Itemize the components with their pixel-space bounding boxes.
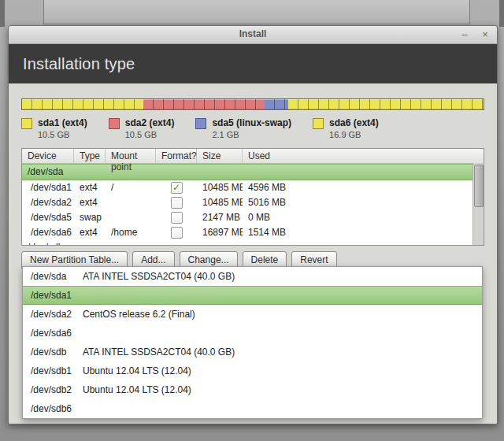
- legend-swatch-sda1-icon: [21, 118, 32, 129]
- device-description: ATA INTEL SSDSA2CT04 (40.0 GB): [83, 271, 235, 282]
- device-name: /dev/sda1: [31, 290, 83, 301]
- device-dropdown-list: /dev/sda ATA INTEL SSDSA2CT04 (40.0 GB) …: [22, 266, 483, 419]
- partition-usage-bar: [21, 98, 484, 110]
- cell-format: [156, 225, 197, 240]
- dropdown-item-sda1[interactable]: /dev/sda1: [23, 286, 482, 305]
- partition-bar-segment-sda6: [288, 99, 484, 109]
- table-row[interactable]: /dev/sda2 ext4 10485 MB 5016 MB: [22, 195, 484, 210]
- dropdown-item-sdb1[interactable]: /dev/sdb1 Ubuntu 12.04 LTS (12.04): [23, 361, 482, 380]
- device-description: Ubuntu 12.04 LTS (12.04): [83, 365, 191, 376]
- column-header-size[interactable]: Size: [197, 149, 243, 164]
- dropdown-item-sdb[interactable]: /dev/sdb ATA INTEL SSDSA2CT04 (40.0 GB): [23, 343, 482, 361]
- legend-item-sda1: sda1 (ext4) 10.5 GB: [21, 117, 87, 139]
- cell-format: [156, 195, 197, 210]
- legend-label: sda6 (ext4): [329, 117, 379, 128]
- partition-table: Device Type Mount point Format? Size Use…: [21, 148, 484, 246]
- cell-type: ext4: [74, 180, 106, 195]
- legend-swatch-sda5-icon: [195, 118, 206, 129]
- legend-swatch-sda2-icon: [109, 118, 120, 129]
- column-header-used[interactable]: Used: [243, 149, 484, 164]
- partition-bar-segment-sda1: [22, 99, 143, 109]
- device-name: /dev/sdb: [31, 346, 83, 358]
- cell-used: 0 MB: [243, 210, 484, 225]
- cell-used: 5016 MB: [243, 195, 484, 210]
- legend-item-sda5: sda5 (linux-swap) 2.1 GB: [195, 117, 291, 139]
- cell-mount-point: /: [106, 180, 156, 195]
- cell-device: /dev/sda6: [22, 225, 74, 240]
- column-header-device[interactable]: Device: [22, 149, 74, 164]
- dropdown-item-sdb6[interactable]: /dev/sdb6: [23, 399, 482, 418]
- legend-label: sda2 (ext4): [125, 117, 175, 128]
- window-controls: – ×: [459, 28, 491, 41]
- cell-size: 10485 MB: [197, 180, 243, 195]
- cell-type: swap: [74, 210, 106, 225]
- dropdown-item-sdb2[interactable]: /dev/sdb2 Ubuntu 12.04 LTS (12.04): [23, 380, 482, 399]
- partition-bar-segment-sda2: [143, 99, 265, 109]
- table-row[interactable]: /dev/sda1 ext4 / ✓ 10485 MB 4596 MB: [22, 180, 484, 195]
- legend-item-sda2: sda2 (ext4) 10.5 GB: [109, 117, 175, 139]
- column-header-mount-point[interactable]: Mount point: [106, 149, 156, 164]
- window-content: sda1 (ext4) 10.5 GB sda2 (ext4) 10.5 GB …: [9, 98, 497, 270]
- cell-size: 16897 MB: [197, 225, 243, 240]
- page-title: Installation type: [23, 55, 135, 73]
- background-window-edge-right: [499, 0, 504, 27]
- cell-type: ext4: [74, 195, 106, 210]
- device-name: /dev/sdb2: [31, 384, 83, 395]
- background-window-edge-left: [0, 0, 5, 27]
- device-name: /dev/sda2: [31, 309, 83, 320]
- format-checkbox[interactable]: ✓: [171, 182, 183, 194]
- device-description: ATA INTEL SSDSA2CT04 (40.0 GB): [83, 346, 235, 358]
- partition-table-header: Device Type Mount point Format? Size Use…: [22, 149, 484, 164]
- legend-label: sda1 (ext4): [38, 117, 87, 128]
- device-name: /dev/sdb1: [31, 365, 83, 376]
- background-window: [43, 0, 470, 24]
- table-row-sdb-group[interactable]: /dev/sdb: [22, 240, 484, 246]
- legend-size: 10.5 GB: [125, 130, 175, 139]
- legend-item-sda6: sda6 (ext4) 16.9 GB: [313, 117, 379, 139]
- cell-used: 1514 MB: [243, 225, 484, 240]
- partition-legend: sda1 (ext4) 10.5 GB sda2 (ext4) 10.5 GB …: [21, 117, 484, 139]
- cell-format: ✓: [156, 180, 197, 195]
- table-row[interactable]: /dev/sda6 ext4 /home 16897 MB 1514 MB: [22, 225, 484, 240]
- device-description: Ubuntu 12.04 LTS (12.04): [83, 384, 191, 395]
- legend-swatch-sda6-icon: [313, 118, 324, 129]
- column-header-type[interactable]: Type: [74, 149, 106, 164]
- device-name: /dev/sda6: [31, 328, 83, 339]
- legend-size: 2.1 GB: [212, 130, 291, 139]
- dropdown-item-sda[interactable]: /dev/sda ATA INTEL SSDSA2CT04 (40.0 GB): [23, 267, 482, 286]
- table-row[interactable]: /dev/sda5 swap 2147 MB 0 MB: [22, 210, 484, 225]
- device-name: /dev/sda: [31, 271, 83, 282]
- device-description: CentOS release 6.2 (Final): [83, 309, 195, 320]
- format-checkbox[interactable]: [171, 197, 183, 209]
- cell-type: ext4: [74, 225, 106, 240]
- cell-mount-point: [106, 195, 156, 210]
- cell-device: /dev/sda1: [22, 180, 74, 195]
- table-scrollbar[interactable]: [472, 163, 484, 245]
- cell-used: 4596 MB: [243, 180, 484, 195]
- legend-size: 10.5 GB: [38, 130, 87, 139]
- cell-size: 10485 MB: [197, 195, 243, 210]
- desktop-background: Install – × Installation type sda1 (ext: [0, 0, 504, 441]
- page-header: Installation type: [9, 44, 497, 83]
- legend-label: sda5 (linux-swap): [212, 117, 291, 128]
- table-scrollbar-thumb[interactable]: [474, 165, 484, 207]
- table-row-sda-group[interactable]: /dev/sda: [22, 164, 484, 180]
- cell-device: /dev/sda2: [22, 195, 74, 210]
- column-header-format[interactable]: Format?: [156, 149, 197, 164]
- window-titlebar[interactable]: Install – ×: [9, 26, 497, 44]
- minimize-icon[interactable]: –: [459, 28, 470, 41]
- format-checkbox[interactable]: [171, 212, 183, 224]
- dropdown-item-sda6[interactable]: /dev/sda6: [23, 324, 482, 343]
- format-checkbox[interactable]: [171, 227, 183, 239]
- dropdown-item-sda2[interactable]: /dev/sda2 CentOS release 6.2 (Final): [23, 305, 482, 324]
- cell-mount-point: [106, 210, 156, 225]
- close-icon[interactable]: ×: [480, 28, 491, 41]
- partition-bar-segment-sda5: [265, 99, 289, 109]
- device-name: /dev/sdb6: [31, 403, 83, 414]
- cell-size: 2147 MB: [197, 210, 243, 225]
- cell-format: [156, 210, 197, 225]
- window-title: Install: [9, 28, 497, 39]
- legend-size: 16.9 GB: [329, 130, 379, 139]
- cell-mount-point: /home: [106, 225, 156, 240]
- cell-device: /dev/sda5: [22, 210, 74, 225]
